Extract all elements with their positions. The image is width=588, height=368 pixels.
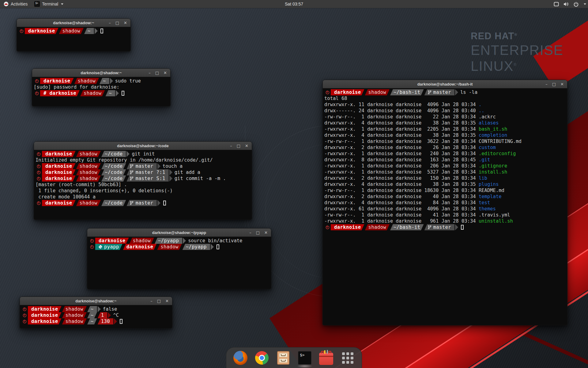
terminal-content[interactable]: darknoiseshadow~falsedarknoiseshadow~1^C… (20, 305, 172, 328)
terminal-window-home: darknoise@shadow:~ – □ ✕ darknoiseshadow… (17, 18, 131, 52)
close-button[interactable]: ✕ (165, 299, 169, 303)
output-line: -rw-rw-r--. 1 darknoise darknoise 41 Jan… (324, 212, 567, 218)
output-text: create mode 100644 a (36, 194, 96, 200)
terminal-content[interactable]: darknoiseshadow~/codegit initInitialized… (34, 150, 252, 220)
prompt-arrow-icon (455, 89, 458, 95)
prompt-segment-user: darknoise (42, 163, 76, 169)
command-text: git commit -a -m . (175, 176, 226, 181)
prompt-segment-host: shadow (365, 224, 390, 230)
maximize-button[interactable]: □ (237, 144, 240, 148)
power-icon[interactable] (574, 2, 579, 7)
dock-item-chrome[interactable] (254, 351, 269, 365)
minimize-button[interactable]: – (249, 231, 251, 235)
terminal-content[interactable]: darknoiseshadow~/pyappsource bin/activat… (87, 237, 271, 289)
display-icon[interactable] (554, 2, 559, 6)
dock-item-files[interactable] (276, 351, 291, 365)
window-title: darknoise@shadow:~ (75, 299, 116, 303)
prompt-segment-user: darknoise (123, 244, 157, 250)
minimize-button[interactable]: – (149, 71, 151, 75)
output-text: drwxrwxr-x. 4 darknoise darknoise 38 Jan… (324, 120, 479, 126)
dock-item-toolbox[interactable] (319, 351, 334, 365)
maximize-button[interactable]: □ (256, 231, 260, 235)
app-menu-terminal[interactable]: $> Terminal (31, 0, 66, 8)
output-text: drwxrwxr-x. 8 darknoise darknoise 163 Ja… (324, 157, 479, 163)
terminal-content[interactable]: darknoiseshadow~sudo true[sudo] password… (32, 77, 170, 106)
prompt-segment-path: ~/bash-it (390, 224, 424, 230)
titlebar[interactable]: darknoise@shadow:~/pyapp – □ ✕ (87, 228, 271, 237)
output-line: [sudo] password for darknoise: (34, 84, 170, 90)
dock-item-terminal[interactable]: $> (297, 351, 312, 365)
prompt-segment-path: ~/pyapp (183, 244, 210, 250)
output-line: total 68 (324, 95, 567, 102)
titlebar[interactable]: darknoise@shadow:~/code – □ ✕ (34, 142, 252, 150)
output-line: drwxrwxr-x. 4 darknoise darknoise 84 Jan… (324, 200, 567, 206)
output-line: -rw-rw-r--. 1 darknoise darknoise 3622 J… (324, 138, 567, 144)
prompt-line: darknoiseshadow~/codegit init (36, 151, 252, 157)
maximize-button[interactable]: □ (157, 299, 161, 303)
prompt-segment-host: shadow (157, 244, 182, 250)
clock[interactable]: Sat 03:57 (285, 0, 303, 8)
minimize-button[interactable]: – (109, 21, 111, 25)
activities-button[interactable]: Activities (0, 0, 31, 8)
titlebar[interactable]: darknoise@shadow:~/bash-it – □ ✕ (323, 80, 567, 88)
prompt-segment-branch: master (424, 89, 454, 95)
chevron-down-icon (61, 3, 63, 5)
minimize-button[interactable]: – (230, 144, 232, 148)
output-text: -rw-rw-r--. 1 darknoise darknoise 3622 J… (324, 139, 522, 144)
prompt-segment-user: darknoise (28, 306, 62, 312)
maximize-button[interactable]: □ (155, 71, 159, 75)
output-text: -rwxrwxr-x. 1 darknoise darknoise 240 Ja… (324, 151, 479, 156)
prompt-line: darknoiseshadow~130 (21, 318, 172, 324)
close-button[interactable]: ✕ (245, 144, 248, 148)
prompt-segment-path: ~ (87, 318, 97, 324)
output-text: -rw-rw-r--. 1 darknoise darknoise 18630 … (324, 188, 504, 193)
titlebar[interactable]: darknoise@shadow:~ – □ ✕ (32, 69, 170, 77)
prompt-segment-user: darknoise (28, 312, 62, 318)
filename-green: .gitignore (479, 163, 507, 169)
prompt-segment-path: ~ (105, 90, 115, 96)
filename-green: .editorconfig (479, 151, 516, 156)
command-text: false (103, 306, 117, 312)
prompt-line: pyappdarknoiseshadow~/pyapp (89, 244, 271, 250)
volume-icon[interactable] (564, 2, 569, 6)
prompt-icon (89, 245, 95, 249)
prompt-line: darknoiseshadow~/bash-itmasterls -la (324, 89, 567, 95)
dock-item-app-grid[interactable] (340, 351, 355, 365)
filename-blue: .. (479, 108, 484, 113)
prompt-line: darknoiseshadow~/codemaster S:1git commi… (36, 175, 252, 182)
terminal-window-pyapp: darknoise@shadow:~/pyapp – □ ✕ darknoise… (87, 228, 271, 289)
minimize-button[interactable]: – (150, 299, 153, 303)
prompt-segment-branch: master (126, 200, 156, 206)
redhat-icon (4, 2, 9, 6)
output-line: -rwxrwxr-x. 1 darknoise darknoise 5327 J… (324, 169, 567, 175)
prompt-icon (324, 225, 331, 229)
terminal-content[interactable]: darknoiseshadow~ (17, 27, 130, 51)
output-text: 1 file changed, 0 insertions(+), 0 delet… (36, 188, 173, 194)
git-branch-icon (130, 176, 134, 181)
close-button[interactable]: ✕ (560, 82, 564, 86)
output-text: drwxrwxr-x. 2 darknoise darknoise 40 Jan… (324, 194, 479, 199)
output-text: drwxrwxr-x. 11 darknoise darknoise 4096 … (324, 102, 479, 107)
filename-green: install.sh (479, 169, 507, 175)
prompt-arrow-icon (126, 151, 130, 157)
titlebar[interactable]: darknoise@shadow:~ – □ ✕ (17, 19, 130, 27)
dock-item-firefox[interactable] (233, 351, 248, 365)
chevron-down-icon[interactable] (584, 3, 586, 5)
close-button[interactable]: ✕ (164, 71, 167, 75)
close-button[interactable]: ✕ (264, 231, 268, 235)
prompt-icon (21, 307, 28, 311)
prompt-segment-path: ~/code (101, 175, 126, 182)
maximize-button[interactable]: □ (115, 21, 119, 25)
filename-blue: themes (479, 206, 496, 212)
prompt-segment-user: darknoise (331, 89, 364, 95)
titlebar[interactable]: darknoise@shadow:~ – □ ✕ (20, 297, 172, 305)
prompt-segment-user: darknoise (42, 175, 76, 182)
minimize-button[interactable]: – (545, 82, 548, 86)
terminal-content[interactable]: darknoiseshadow~/bash-itmasterls -latota… (323, 88, 567, 325)
maximize-button[interactable]: □ (552, 82, 556, 86)
filename-blue: . (479, 102, 481, 107)
output-line: -rwxrwxr-x. 1 darknoise darknoise 240 Ja… (324, 151, 567, 157)
close-button[interactable]: ✕ (124, 21, 127, 25)
output-text: -rwxrwxr-x. 1 darknoise darknoise 5327 J… (324, 169, 479, 175)
prompt-arrow-icon (183, 238, 186, 244)
